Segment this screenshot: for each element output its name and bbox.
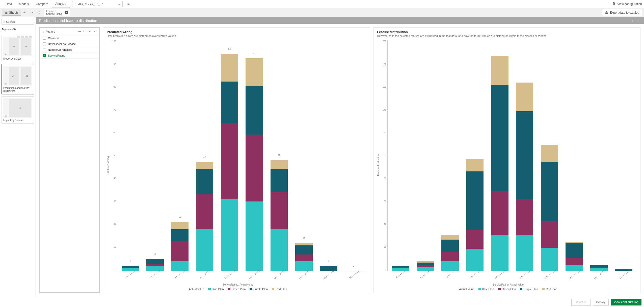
more-menu-button[interactable]: ••• <box>125 1 132 7</box>
svg-rect-11 <box>25 76 25 77</box>
thumb-caption: Impact by feature <box>3 119 32 122</box>
filter-chip-feature[interactable]: Feature ServiceRating ✕ <box>44 9 70 16</box>
bar-column[interactable]: 2 <box>316 40 341 271</box>
bar-segment <box>196 229 213 271</box>
feature-panel-title: Feature <box>46 30 77 33</box>
bar-segment <box>271 169 288 192</box>
bar-column[interactable]: 92 <box>242 40 266 271</box>
selections-tool-icon[interactable] <box>35 9 42 16</box>
thumb-caption: Predictions and feature distribution <box>3 87 32 93</box>
model-dropdown[interactable]: ⌕ v03_XGBC_01_07 ⌄ <box>72 1 123 7</box>
feature-item[interactable]: NumberOfPenalties <box>40 47 99 53</box>
undo-button[interactable]: ↶ <box>21 9 28 16</box>
close-icon[interactable]: ✕ <box>87 30 92 33</box>
chip-label: Feature <box>46 10 62 13</box>
y-tick: 60 <box>384 200 386 202</box>
search-icon: ⌕ <box>42 30 44 33</box>
bar-column[interactable] <box>388 40 413 271</box>
prev-sheet-button[interactable]: ‹ <box>630 17 635 24</box>
sheet-thumb-predictions[interactable]: ⊕ Predictions and feature distribution <box>2 64 34 94</box>
next-sheet-button[interactable]: › <box>635 17 641 24</box>
legend-item[interactable]: Purple Plan <box>520 288 538 291</box>
bar-segment <box>466 171 484 230</box>
feature-item[interactable]: ✓ServiceRating <box>40 53 99 59</box>
sliders-icon <box>612 2 616 6</box>
tab-compare[interactable]: Compare <box>32 0 52 8</box>
redo-button[interactable]: ↷ <box>28 9 35 16</box>
tab-analyze[interactable]: Analyze <box>52 0 70 8</box>
bar-column[interactable]: 0 <box>341 40 366 271</box>
sheet-thumb-model-overview[interactable]: a1a1a1a1 ✦ ✦ ✦ Model overview <box>2 35 34 62</box>
feature-item[interactable]: DaysSinceLastService <box>40 41 99 47</box>
bar-column[interactable]: 21 <box>168 40 192 271</box>
view-configuration-link[interactable]: View configuration <box>612 2 642 6</box>
legend-item[interactable]: Green Plan <box>228 288 246 291</box>
predicted-wrong-chart: Predicted wrong How prediction errors ar… <box>103 27 370 293</box>
export-data-button[interactable]: Export data to catalog <box>602 9 642 16</box>
bar-segment <box>271 229 288 271</box>
checkbox-icon <box>43 48 46 51</box>
bar-total-label: 0 <box>353 265 354 267</box>
sheet-thumb-impact[interactable]: ⊕ ✦ Impact by feature <box>2 96 34 124</box>
x-axis-label: ServiceRating, Actual value <box>110 283 366 286</box>
deploy-button[interactable]: Deploy <box>593 299 609 306</box>
chart-subtitle: How prediction errors are distributed ov… <box>107 34 366 37</box>
sheets-button[interactable]: ▦ Sheets <box>2 10 21 16</box>
tab-models[interactable]: Models <box>15 0 32 8</box>
lasso-icon[interactable] <box>82 30 87 33</box>
legend-item[interactable]: Green Plan <box>498 288 516 291</box>
legend-item[interactable]: Red Plan <box>542 288 557 291</box>
legend-label: Red Plan <box>546 288 557 291</box>
bar-segment <box>441 235 459 239</box>
sidebar-search-input[interactable] <box>6 20 32 23</box>
bar-column[interactable] <box>537 40 562 271</box>
y-tick: 160 <box>383 86 386 88</box>
more-icon[interactable]: ••• <box>77 30 82 33</box>
bar-column[interactable]: 12 <box>291 40 316 271</box>
model-dropdown-value: v03_XGBC_01_07 <box>78 2 118 6</box>
tab-data[interactable]: Data <box>2 0 15 8</box>
sidebar-search[interactable]: ⌕ <box>2 19 34 25</box>
bar-column[interactable]: 94 <box>217 40 242 271</box>
bar-column[interactable] <box>487 40 512 271</box>
bar-segment <box>590 265 608 267</box>
bar-segment <box>466 249 484 271</box>
bar-column[interactable] <box>562 40 586 271</box>
bar-column[interactable] <box>611 40 636 271</box>
bar-segment <box>271 192 288 229</box>
bar-column[interactable] <box>586 40 611 271</box>
legend-label: Blue Plan <box>212 288 224 291</box>
bar-total-label: 48 <box>278 154 280 156</box>
bar-column[interactable] <box>463 40 487 271</box>
bar-column[interactable]: 47 <box>192 40 217 271</box>
bar-segment <box>417 265 434 267</box>
confirm-icon[interactable]: ✓ <box>92 30 97 33</box>
y-tick: 90 <box>114 63 116 65</box>
bar-segment <box>441 252 459 262</box>
y-tick: 50 <box>114 154 116 157</box>
puzzle-icon: ✦ <box>3 37 8 56</box>
chip-remove-icon[interactable]: ✕ <box>65 11 68 14</box>
y-tick: 10 <box>114 246 116 248</box>
legend-label: Green Plan <box>232 288 246 291</box>
legend-item[interactable]: Red Plan <box>272 288 287 291</box>
y-tick: 20 <box>114 223 116 225</box>
checkbox-icon: ✓ <box>43 54 46 57</box>
bar-column[interactable] <box>438 40 463 271</box>
legend-item[interactable]: Blue Plan <box>208 288 224 291</box>
sidebar-myown-tab[interactable]: My own (3) <box>2 27 16 32</box>
feature-item[interactable]: Churned <box>40 35 99 41</box>
legend-item[interactable]: Blue Plan <box>478 288 494 291</box>
bar-segment <box>516 111 533 199</box>
bar-column[interactable]: 48 <box>267 40 291 271</box>
view-configuration-button[interactable]: View configuration <box>611 299 641 305</box>
bar-segment <box>171 222 189 229</box>
bar-column[interactable] <box>413 40 438 271</box>
legend-item[interactable]: Purple Plan <box>250 288 268 291</box>
delete-version-button[interactable]: Delete v3 <box>571 299 591 306</box>
bar-segment <box>221 199 238 271</box>
bar-column[interactable]: 2 <box>118 40 143 271</box>
bar-column[interactable]: 5 <box>143 40 167 271</box>
bar-column[interactable] <box>512 40 537 271</box>
legend-label: Green Plan <box>502 288 516 291</box>
